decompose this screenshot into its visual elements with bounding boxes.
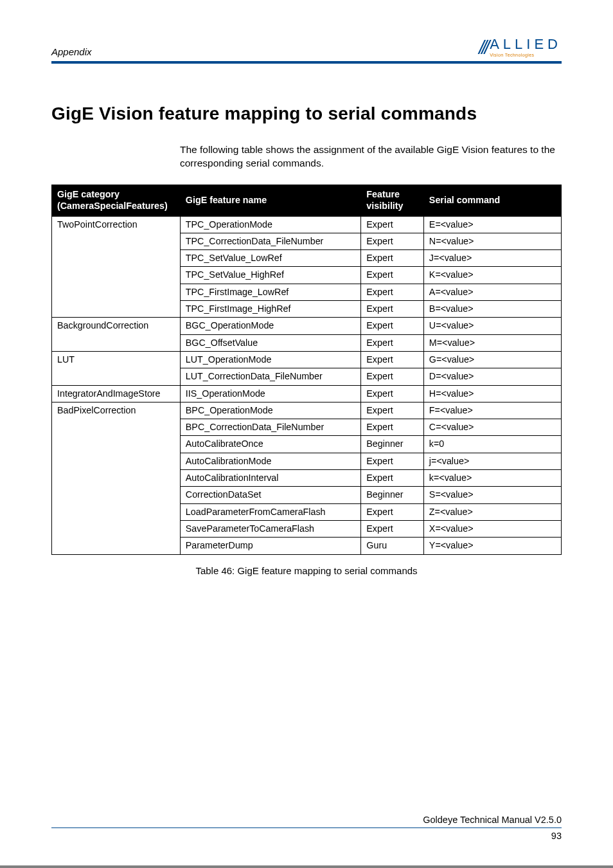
cell-visibility: Expert bbox=[361, 334, 424, 351]
header-rule bbox=[51, 61, 562, 64]
cell-visibility: Expert bbox=[361, 318, 424, 334]
cell-visibility: Expert bbox=[361, 503, 424, 520]
col-header-feature-name: GigE feature name bbox=[180, 185, 361, 216]
logo-slashes-icon: /// bbox=[479, 38, 487, 57]
cell-feature: AutoCalibrateOnce bbox=[180, 436, 361, 453]
table-row: BadPixelCorrectionBPC_OperationModeExper… bbox=[52, 402, 562, 419]
logo-subtext: Vision Technologies bbox=[490, 53, 562, 57]
cell-feature: AutoCalibrationInterval bbox=[180, 470, 361, 487]
cell-command: J=<value> bbox=[423, 250, 561, 267]
cell-feature: BPC_OperationMode bbox=[180, 402, 361, 419]
cell-command: k=<value> bbox=[423, 470, 561, 487]
footer-rule bbox=[51, 827, 562, 828]
cell-category: BackgroundCorrection bbox=[52, 318, 181, 352]
cell-command: E=<value> bbox=[423, 216, 561, 233]
cell-feature: TPC_SetValue_HighRef bbox=[180, 267, 361, 284]
cell-feature: BPC_CorrectionData_FileNumber bbox=[180, 419, 361, 436]
table-row: BackgroundCorrectionBGC_OperationModeExp… bbox=[52, 318, 562, 334]
cell-command: Z=<value> bbox=[423, 503, 561, 520]
cell-visibility: Expert bbox=[361, 520, 424, 537]
page-footer: Goldeye Technical Manual V2.5.0 93 bbox=[51, 815, 562, 841]
logo: /// ALLIED Vision Technologies bbox=[479, 37, 562, 57]
footer-page-number: 93 bbox=[51, 831, 562, 841]
cell-feature: BGC_OperationMode bbox=[180, 318, 361, 334]
cell-visibility: Expert bbox=[361, 385, 424, 402]
cell-visibility: Expert bbox=[361, 233, 424, 249]
cell-feature: CorrectionDataSet bbox=[180, 487, 361, 503]
cell-feature: LoadParameterFromCameraFlash bbox=[180, 503, 361, 520]
cell-visibility: Beginner bbox=[361, 436, 424, 453]
col-header-visibility: Feature visibility bbox=[361, 185, 424, 216]
cell-feature: SaveParameterToCameraFlash bbox=[180, 520, 361, 537]
cell-visibility: Expert bbox=[361, 470, 424, 487]
cell-visibility: Expert bbox=[361, 284, 424, 300]
table-row: IntegratorAndImageStoreIIS_OperationMode… bbox=[52, 385, 562, 402]
cell-category: IntegratorAndImageStore bbox=[52, 385, 181, 402]
cell-feature: AutoCalibrationMode bbox=[180, 453, 361, 469]
cell-command: K=<value> bbox=[423, 267, 561, 284]
cell-visibility: Expert bbox=[361, 267, 424, 284]
logo-text: ALLIED bbox=[490, 37, 562, 51]
table-caption: Table 46: GigE feature mapping to serial… bbox=[51, 565, 562, 576]
cell-command: S=<value> bbox=[423, 487, 561, 503]
page-header: Appendix /// ALLIED Vision Technologies bbox=[51, 37, 562, 57]
cell-command: X=<value> bbox=[423, 520, 561, 537]
page-title: GigE Vision feature mapping to serial co… bbox=[51, 104, 562, 124]
cell-command: M=<value> bbox=[423, 334, 561, 351]
col-header-category: GigE category (CameraSpecialFeatures) bbox=[52, 185, 181, 216]
table-header-row: GigE category (CameraSpecialFeatures) Gi… bbox=[52, 185, 562, 216]
cell-feature: TPC_CorrectionData_FileNumber bbox=[180, 233, 361, 249]
cell-visibility: Beginner bbox=[361, 487, 424, 503]
cell-command: H=<value> bbox=[423, 385, 561, 402]
intro-paragraph: The following table shows the assignment… bbox=[180, 143, 562, 170]
cell-category: BadPixelCorrection bbox=[52, 402, 181, 554]
cell-command: D=<value> bbox=[423, 368, 561, 385]
cell-feature: LUT_CorrectionData_FileNumber bbox=[180, 368, 361, 385]
cell-feature: ParameterDump bbox=[180, 538, 361, 554]
cell-visibility: Expert bbox=[361, 351, 424, 368]
col-header-serial-command: Serial command bbox=[423, 185, 561, 216]
cell-command: k=0 bbox=[423, 436, 561, 453]
cell-feature: BGC_OffsetValue bbox=[180, 334, 361, 351]
mapping-table: GigE category (CameraSpecialFeatures) Gi… bbox=[51, 185, 562, 555]
cell-feature: TPC_OperationMode bbox=[180, 216, 361, 233]
cell-command: F=<value> bbox=[423, 402, 561, 419]
cell-visibility: Expert bbox=[361, 368, 424, 385]
bottom-edge-bar bbox=[0, 865, 613, 868]
cell-visibility: Expert bbox=[361, 250, 424, 267]
cell-category: LUT bbox=[52, 351, 181, 385]
cell-visibility: Expert bbox=[361, 216, 424, 233]
cell-visibility: Guru bbox=[361, 538, 424, 554]
header-section: Appendix bbox=[51, 46, 92, 57]
cell-visibility: Expert bbox=[361, 301, 424, 318]
cell-feature: TPC_SetValue_LowRef bbox=[180, 250, 361, 267]
cell-command: U=<value> bbox=[423, 318, 561, 334]
cell-command: G=<value> bbox=[423, 351, 561, 368]
cell-command: N=<value> bbox=[423, 233, 561, 249]
cell-command: B=<value> bbox=[423, 301, 561, 318]
cell-command: A=<value> bbox=[423, 284, 561, 300]
table-row: LUTLUT_OperationModeExpertG=<value> bbox=[52, 351, 562, 368]
cell-command: C=<value> bbox=[423, 419, 561, 436]
footer-doc-title: Goldeye Technical Manual V2.5.0 bbox=[51, 815, 562, 825]
cell-visibility: Expert bbox=[361, 453, 424, 469]
cell-feature: IIS_OperationMode bbox=[180, 385, 361, 402]
cell-visibility: Expert bbox=[361, 419, 424, 436]
cell-feature: TPC_FirstImage_HighRef bbox=[180, 301, 361, 318]
cell-visibility: Expert bbox=[361, 402, 424, 419]
cell-command: Y=<value> bbox=[423, 538, 561, 554]
cell-command: j=<value> bbox=[423, 453, 561, 469]
table-row: TwoPointCorrectionTPC_OperationModeExper… bbox=[52, 216, 562, 233]
cell-category: TwoPointCorrection bbox=[52, 216, 181, 318]
cell-feature: TPC_FirstImage_LowRef bbox=[180, 284, 361, 300]
cell-feature: LUT_OperationMode bbox=[180, 351, 361, 368]
